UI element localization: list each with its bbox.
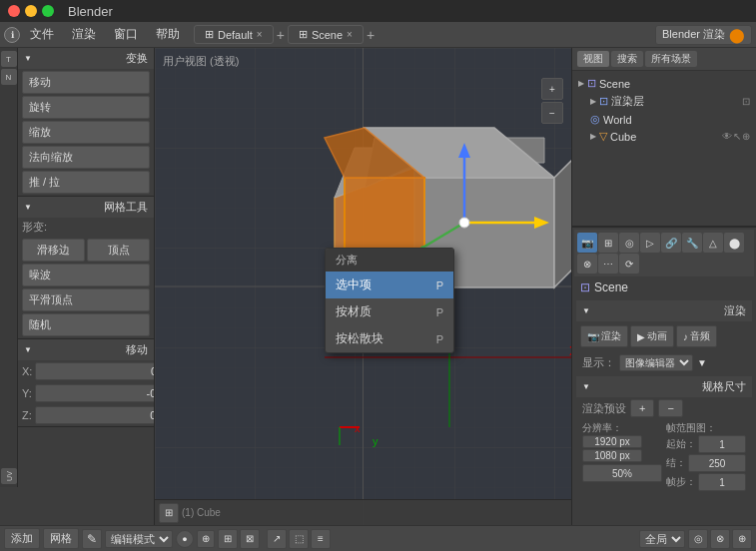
btn-render[interactable]: 📷 渲染 — [580, 325, 628, 347]
btn-rotate[interactable]: 旋转 — [22, 96, 150, 119]
height-input[interactable] — [582, 449, 642, 462]
btn-slide-edge[interactable]: 滑移边 — [22, 239, 85, 262]
btn-smooth-vertex[interactable]: 平滑顶点 — [22, 288, 150, 311]
percent-row — [582, 464, 662, 482]
side-icon-uv[interactable]: UV — [1, 468, 17, 484]
prop-icon-render[interactable]: 📷 — [577, 233, 597, 253]
tab-scene-close[interactable]: × — [347, 29, 353, 40]
prop-icon-modifiers[interactable]: 🔧 — [682, 233, 702, 253]
width-input[interactable] — [582, 435, 642, 448]
btn-animation[interactable]: ▶ 动画 — [630, 325, 674, 347]
tree-item-scene[interactable]: ▶ ⊡ Scene — [574, 75, 754, 92]
render-icon-vp[interactable]: ⊕ — [732, 529, 752, 549]
end-input[interactable] — [688, 454, 746, 472]
maximize-button[interactable] — [42, 5, 54, 17]
onion-icon[interactable]: ⊗ — [710, 529, 730, 549]
outliner-tab-all[interactable]: 所有场景 — [645, 51, 697, 67]
display-label: 显示： — [582, 355, 615, 370]
nav-zoom-in[interactable]: + — [541, 78, 563, 100]
btn-cursor[interactable]: ⊕ — [197, 530, 215, 548]
tab-default-close[interactable]: × — [257, 29, 263, 40]
proportional-icon[interactable]: ◎ — [688, 529, 708, 549]
btn-normal-scale[interactable]: 法向缩放 — [22, 146, 150, 169]
viewport-nav: + − — [541, 78, 563, 124]
close-button[interactable] — [8, 5, 20, 17]
tree-item-cube[interactable]: ▶ ▽ Cube 👁 ↖ ⊕ — [586, 128, 754, 145]
context-menu-item-0[interactable]: 选中项 P — [326, 272, 453, 298]
nav-zoom-out[interactable]: − — [541, 102, 563, 124]
transform-section-header[interactable]: 变换 — [18, 48, 154, 69]
menu-render[interactable]: 渲染 — [64, 24, 104, 45]
menu-help[interactable]: 帮助 — [148, 24, 188, 45]
mirror-icon[interactable]: ⊠ — [240, 529, 260, 549]
prop-icon-object[interactable]: ▷ — [640, 233, 660, 253]
size-section-header[interactable]: 规格尺寸 — [576, 376, 752, 397]
start-input[interactable] — [698, 435, 746, 453]
tab-scene-add-icon[interactable]: + — [367, 27, 375, 43]
minimize-button[interactable] — [25, 5, 37, 17]
viewport[interactable]: 用户视图 (透视) — [155, 48, 571, 525]
step-input[interactable] — [698, 473, 746, 491]
move-section-header[interactable]: 移动 — [18, 339, 154, 360]
tree-item-renderlayer[interactable]: ▶ ⊡ 渲染层 ⊡ — [586, 92, 754, 111]
snap-icon[interactable]: ⊞ — [218, 529, 238, 549]
tab-scene-icon: ⊞ — [299, 28, 308, 41]
slide-vertex-row: 滑移边 顶点 — [22, 239, 150, 262]
outliner-tab-search[interactable]: 搜索 — [611, 51, 643, 67]
tree-item-world[interactable]: ◎ World — [586, 111, 754, 128]
btn-circle[interactable]: ● — [176, 530, 194, 548]
btn-move[interactable]: 移动 — [22, 71, 150, 94]
menu-window[interactable]: 窗口 — [106, 24, 146, 45]
prop-icon-constraints[interactable]: 🔗 — [661, 233, 681, 253]
prop-icon-scene[interactable]: ⊞ — [598, 233, 618, 253]
btn-add[interactable]: 添加 — [4, 528, 40, 549]
mode-select[interactable]: 编辑模式 物体模式 — [105, 530, 173, 548]
percent-input[interactable] — [582, 464, 662, 482]
btn-randomize[interactable]: 随机 — [22, 313, 150, 336]
view-icon-2[interactable]: ⬚ — [289, 529, 309, 549]
btn-push-pull[interactable]: 推 / 拉 — [22, 171, 150, 194]
cube-pointer-icon[interactable]: ↖ — [733, 131, 741, 142]
tab-add-icon[interactable]: + — [277, 27, 285, 43]
prop-icon-world[interactable]: ◎ — [619, 233, 639, 253]
display-select[interactable]: 图像编辑器 — [619, 354, 693, 371]
view-icon-1[interactable]: ↗ — [267, 529, 287, 549]
info-icon[interactable]: ℹ — [4, 27, 20, 43]
resolution-col: 分辨率： — [582, 421, 662, 491]
outliner-tab-view[interactable]: 视图 — [577, 51, 609, 67]
btn-scale[interactable]: 缩放 — [22, 121, 150, 144]
tab-default[interactable]: ⊞ Default × — [194, 25, 274, 44]
side-icon-2[interactable]: N — [1, 69, 17, 85]
preset-minus-btn[interactable]: − — [658, 399, 682, 417]
context-menu-item-2[interactable]: 按松散块 P — [326, 325, 453, 352]
preset-btn[interactable]: + — [630, 399, 654, 417]
render-engine-selector[interactable]: Blender 渲染 ⬤ — [655, 25, 752, 45]
prop-icon-particles[interactable]: ⋯ — [598, 254, 618, 274]
btn-audio[interactable]: ♪ 音频 — [676, 325, 717, 347]
btn-edit-mode-icon[interactable]: ✎ — [82, 529, 102, 549]
render-section-header[interactable]: 渲染 — [576, 300, 752, 321]
vp-icon-1[interactable]: ⊞ — [159, 503, 179, 523]
btn-noise[interactable]: 噪波 — [22, 264, 150, 286]
tab-scene[interactable]: ⊞ Scene × — [288, 25, 364, 44]
step-row: 帧步： — [666, 473, 746, 491]
prop-icon-data[interactable]: △ — [703, 233, 723, 253]
menu-file[interactable]: 文件 — [22, 24, 62, 45]
btn-mesh[interactable]: 网格 — [43, 528, 79, 549]
display-extra-icon[interactable]: ▼ — [697, 357, 707, 368]
tab-default-label: Default — [218, 29, 253, 41]
pivot-select[interactable]: 全局 — [639, 530, 685, 548]
btn-vertex[interactable]: 顶点 — [87, 239, 150, 262]
context-menu-item-1[interactable]: 按材质 P — [326, 298, 453, 325]
cube-eye-icon[interactable]: 👁 — [722, 131, 732, 142]
view-icon-3[interactable]: ≡ — [311, 529, 331, 549]
coord-z-input[interactable] — [35, 406, 155, 424]
side-icon-1[interactable]: T — [1, 51, 17, 67]
mesh-tools-header[interactable]: 网格工具 — [18, 197, 154, 218]
cube-render-icon[interactable]: ⊕ — [742, 131, 750, 142]
prop-icon-material[interactable]: ⬤ — [724, 233, 744, 253]
prop-icon-texture[interactable]: ⊗ — [577, 254, 597, 274]
coord-y-input[interactable] — [35, 384, 155, 402]
prop-icon-physics[interactable]: ⟳ — [619, 254, 639, 274]
coord-x-input[interactable] — [35, 362, 155, 380]
